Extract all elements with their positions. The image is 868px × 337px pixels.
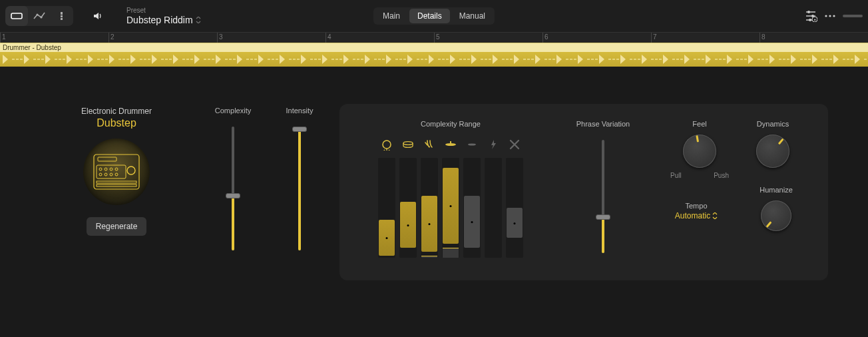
- svg-rect-3: [61, 12, 63, 15]
- tempo-block[interactable]: Tempo Automatic: [663, 202, 730, 220]
- dynamics-knob[interactable]: [756, 135, 789, 168]
- toolbar-right: ●: [804, 10, 863, 22]
- dynamics-block: Dynamics: [740, 120, 806, 179]
- svg-text:●: ●: [813, 17, 815, 21]
- toolbar-left: Preset Dubstep Riddim: [5, 6, 201, 26]
- beat-marker: [24, 55, 29, 64]
- preset-name: Dubstep Riddim: [126, 15, 201, 25]
- beat-marker: [535, 55, 540, 64]
- automation-view-button[interactable]: [28, 6, 51, 26]
- drummer-avatar[interactable]: [83, 139, 150, 205]
- complexity-range-bar[interactable]: [442, 158, 459, 258]
- svg-point-13: [833, 15, 835, 17]
- ruler-bar[interactable]: 6: [542, 33, 651, 43]
- list-view-button[interactable]: [51, 6, 73, 26]
- ruler-bar[interactable]: 1: [0, 33, 108, 43]
- phrase-variation-slider[interactable]: [602, 140, 604, 253]
- details-panel: Electronic Drummer Dubstep Regenerate Co…: [0, 67, 868, 280]
- panel-drag-handle[interactable]: [843, 15, 863, 17]
- beat-marker: [727, 55, 732, 64]
- beat-marker: [556, 55, 561, 64]
- svg-point-8: [809, 19, 811, 21]
- ruler-bar[interactable]: 7: [651, 33, 760, 43]
- volume-icon[interactable]: [87, 6, 109, 26]
- settings-icon[interactable]: ●: [804, 10, 817, 22]
- feel-knob[interactable]: [683, 135, 716, 168]
- complexity-range-bars: [358, 158, 543, 258]
- beat-marker: [599, 55, 604, 64]
- view-mode-group: [5, 6, 73, 26]
- svg-point-29: [403, 142, 413, 145]
- tempo-value-text: Automatic: [675, 211, 710, 220]
- svg-point-1: [36, 13, 38, 15]
- intensity-slider[interactable]: [298, 127, 301, 250]
- svg-rect-0: [11, 13, 22, 19]
- complexity-range-bar[interactable]: [378, 158, 395, 258]
- tab-details[interactable]: Details: [409, 9, 450, 23]
- svg-point-2: [40, 16, 42, 18]
- complexity-range-section: Complexity Range: [358, 120, 543, 258]
- svg-point-23: [115, 173, 118, 176]
- svg-rect-25: [97, 181, 136, 183]
- svg-rect-27: [98, 157, 116, 161]
- ruler-bar[interactable]: 2: [108, 33, 217, 43]
- beat-marker: [493, 55, 497, 64]
- clap-icon[interactable]: [423, 139, 435, 153]
- beat-marker: [471, 55, 476, 64]
- beat-marker: [514, 55, 519, 64]
- beat-marker: [173, 55, 178, 64]
- timeline-ruler[interactable]: 12345678: [0, 32, 868, 43]
- kick-icon[interactable]: [381, 139, 393, 153]
- regenerate-button[interactable]: Regenerate: [87, 217, 147, 236]
- beat-marker: [365, 55, 369, 64]
- feel-pull-label: Pull: [670, 172, 682, 179]
- complexity-range-bar[interactable]: [485, 158, 502, 258]
- beat-marker: [706, 55, 710, 64]
- region-view-button[interactable]: [5, 6, 28, 26]
- complexity-label: Complexity: [206, 107, 260, 115]
- beat-marker: [67, 55, 71, 64]
- humanize-knob[interactable]: [761, 200, 791, 231]
- complexity-range-bar[interactable]: [421, 158, 438, 258]
- updown-icon: [196, 17, 201, 23]
- fx-icon[interactable]: [487, 139, 499, 153]
- beat-marker: [407, 55, 412, 64]
- snare-icon[interactable]: [402, 139, 414, 153]
- svg-point-32: [468, 143, 476, 145]
- more-icon[interactable]: [824, 14, 836, 18]
- complexity-range-bar[interactable]: [399, 158, 417, 258]
- beat-marker: [194, 55, 199, 64]
- cymbal-icon[interactable]: [466, 139, 478, 153]
- svg-point-22: [110, 173, 112, 176]
- region-title[interactable]: Drummer - Dubstep: [0, 43, 868, 52]
- svg-rect-26: [97, 184, 136, 186]
- svg-rect-15: [97, 165, 126, 178]
- complexity-range-bar[interactable]: [463, 158, 481, 258]
- complexity-range-bar[interactable]: [506, 158, 523, 258]
- complexity-slider[interactable]: [232, 127, 234, 250]
- ruler-bar[interactable]: 8: [760, 33, 868, 43]
- right-panel: Complexity Range Phrase Variation Feel P…: [339, 104, 828, 280]
- drummer-section: Electronic Drummer Dubstep Regenerate: [40, 104, 193, 236]
- tab-main[interactable]: Main: [375, 9, 408, 23]
- beat-marker: [322, 55, 327, 64]
- svg-point-16: [99, 168, 102, 170]
- svg-point-19: [115, 168, 118, 170]
- ruler-bar[interactable]: 3: [217, 33, 326, 43]
- ruler-bar[interactable]: 5: [434, 33, 542, 43]
- svg-rect-31: [450, 141, 451, 143]
- tab-manual[interactable]: Manual: [451, 9, 493, 23]
- ruler-bar[interactable]: 4: [326, 33, 434, 43]
- beat-marker: [130, 55, 135, 64]
- beat-marker: [301, 55, 306, 64]
- beat-marker: [791, 55, 795, 64]
- preset-selector[interactable]: Preset Dubstep Riddim: [126, 7, 201, 25]
- region-waveform[interactable]: [0, 52, 868, 67]
- svg-point-24: [127, 167, 135, 174]
- perc-icon[interactable]: [509, 139, 521, 153]
- dynamics-label: Dynamics: [740, 120, 806, 128]
- hihat-icon[interactable]: [445, 139, 457, 153]
- humanize-block: Humanize: [743, 186, 809, 231]
- beat-marker: [748, 55, 753, 64]
- drummer-genre[interactable]: Dubstep: [40, 117, 193, 129]
